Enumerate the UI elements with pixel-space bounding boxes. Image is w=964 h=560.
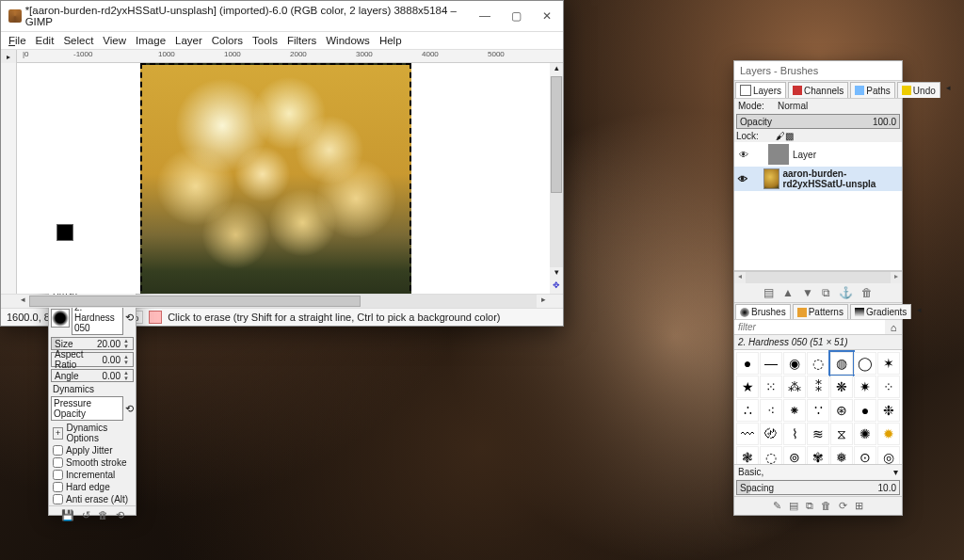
vertical-ruler[interactable] — [1, 63, 17, 294]
visibility-toggle[interactable]: 👁 — [738, 150, 749, 160]
brush-item[interactable]: ◌ — [807, 352, 829, 375]
brush-item[interactable]: ⁙ — [760, 376, 782, 398]
tab-layers[interactable]: Layers — [735, 82, 786, 98]
tab-gradients[interactable]: Gradients — [850, 304, 911, 319]
menu-tools[interactable]: Tools — [252, 35, 278, 46]
menu-layer[interactable]: Layer — [175, 35, 202, 46]
horizontal-scrollbar[interactable]: ◂▸ — [1, 294, 563, 308]
aspect-slider[interactable]: Aspect Ratio 0.00 ▲▼ — [51, 352, 134, 367]
menu-image[interactable]: Image — [136, 35, 166, 46]
tab-patterns[interactable]: Patterns — [793, 304, 848, 319]
layer-list-scrollbar[interactable]: ◂▸ — [734, 271, 902, 283]
menu-help[interactable]: Help — [379, 35, 402, 46]
open-as-image-icon[interactable]: ⊞ — [855, 500, 863, 512]
size-slider[interactable]: Size 20.00 ▲▼ — [51, 337, 134, 350]
brush-item[interactable]: ● — [736, 352, 759, 375]
dynamics-swap-icon[interactable]: ⟲ — [125, 403, 134, 415]
brush-item[interactable]: ⁑ — [807, 376, 829, 398]
edit-brush-icon[interactable]: ✎ — [773, 500, 781, 512]
menu-select[interactable]: Select — [63, 35, 93, 46]
layer-name[interactable]: Layer — [793, 150, 816, 160]
cancel-icon[interactable] — [149, 311, 162, 324]
nav-preview-icon[interactable]: ✥ — [550, 280, 563, 294]
brush-item[interactable]: ◍ — [830, 352, 853, 375]
brush-item[interactable]: 〄 — [760, 423, 782, 445]
menu-colors[interactable]: Colors — [212, 35, 243, 46]
hard-edge-check[interactable]: Hard edge — [53, 482, 132, 492]
brush-item[interactable]: ◉ — [783, 352, 806, 375]
canvas[interactable]: ▴▾ ✥ — [17, 63, 563, 294]
layer-row[interactable]: 👁 Layer — [734, 142, 902, 167]
lock-pixels-icon[interactable]: 🖌 — [776, 131, 785, 141]
incremental-check[interactable]: Incremental — [53, 470, 132, 480]
menu-view[interactable]: View — [103, 35, 126, 46]
brush-item[interactable]: ⊛ — [830, 399, 853, 422]
minimize-button[interactable]: — — [475, 9, 494, 23]
dock-menu-icon[interactable]: ◂ — [941, 81, 956, 98]
brush-item[interactable]: ❃ — [736, 446, 759, 464]
lower-layer-icon[interactable]: ▼ — [802, 286, 813, 299]
dynamics-picker[interactable]: Pressure Opacity ⟲ — [51, 396, 134, 421]
window-titlebar[interactable]: *[aaron-burden-rd2yxHSSatU-unsplash] (im… — [1, 1, 563, 32]
vertical-scrollbar[interactable]: ▴▾ ✥ — [550, 63, 563, 294]
brush-item[interactable]: ⌇ — [783, 423, 806, 445]
filter-tag-icon[interactable]: ⌂ — [885, 322, 902, 333]
anchor-layer-icon[interactable]: ⚓ — [839, 286, 853, 299]
layer-mode-select[interactable]: Normal — [778, 101, 898, 111]
brush-item[interactable]: ⊚ — [783, 446, 806, 464]
brush-item[interactable]: ◎ — [877, 446, 900, 464]
brush-item[interactable]: ✶ — [877, 352, 900, 375]
brush-swap-icon[interactable]: ⟲ — [125, 312, 134, 324]
maximize-button[interactable]: ▢ — [507, 9, 525, 23]
brush-item[interactable]: ⁘ — [877, 376, 900, 398]
brush-item[interactable]: ❅ — [830, 446, 853, 464]
brush-item[interactable]: ✷ — [854, 376, 876, 398]
brush-item[interactable]: ★ — [736, 376, 759, 398]
menu-file[interactable]: File — [8, 35, 26, 46]
brush-item[interactable]: ⊙ — [854, 446, 876, 464]
brush-item[interactable]: ⧖ — [830, 423, 853, 445]
brush-item[interactable]: ✺ — [854, 423, 876, 445]
layer-row[interactable]: 👁 aaron-burden-rd2yxHSSatU-unspla — [734, 167, 902, 191]
brush-item[interactable]: ≋ — [807, 423, 829, 445]
spacing-slider[interactable]: Spacing 10.0 — [736, 480, 900, 495]
brush-item[interactable]: ∵ — [807, 399, 829, 422]
refresh-brush-icon[interactable]: ⟳ — [839, 500, 847, 512]
menu-edit[interactable]: Edit — [36, 35, 55, 46]
menu-windows[interactable]: Windows — [326, 35, 370, 46]
brush-item[interactable]: — — [760, 352, 782, 375]
tab-brushes[interactable]: Brushes — [735, 304, 791, 319]
brush-item[interactable]: ✹ — [877, 423, 900, 445]
brush-item[interactable]: 〰 — [736, 423, 759, 445]
brush-item[interactable]: ⁂ — [783, 376, 806, 398]
brush-item[interactable]: ∴ — [736, 399, 759, 422]
brush-set-row[interactable]: Basic,▾ — [734, 464, 902, 479]
brush-item[interactable]: ❉ — [877, 399, 900, 422]
brush-item[interactable]: ◯ — [854, 352, 876, 375]
delete-options-icon[interactable]: 🗑 — [98, 509, 108, 521]
brush-item[interactable]: ⁖ — [760, 399, 782, 422]
delete-layer-icon[interactable]: 🗑 — [861, 286, 873, 299]
restore-options-icon[interactable]: ↺ — [82, 509, 90, 521]
lock-alpha-icon[interactable]: ▩ — [785, 131, 794, 141]
dynamics-options[interactable]: +Dynamics Options — [53, 423, 132, 443]
duplicate-brush-icon[interactable]: ⧉ — [806, 500, 813, 512]
close-button[interactable]: ✕ — [538, 9, 555, 23]
brush-item[interactable]: ⁕ — [783, 399, 806, 422]
duplicate-layer-icon[interactable]: ⧉ — [822, 286, 830, 299]
tab-paths[interactable]: Paths — [850, 82, 895, 98]
brush-item[interactable]: ◌ — [760, 446, 782, 464]
new-brush-icon[interactable]: ▤ — [789, 500, 798, 512]
layer-opacity-slider[interactable]: Opacity 100.0 — [736, 114, 900, 129]
ruler-origin-button[interactable]: ▸ — [1, 50, 17, 64]
reset-options-icon[interactable]: ⟲ — [116, 509, 124, 521]
filter-input[interactable] — [734, 320, 885, 334]
save-options-icon[interactable]: 💾 — [61, 509, 74, 521]
brush-item[interactable]: ● — [854, 399, 876, 422]
tab-channels[interactable]: Channels — [788, 82, 848, 98]
right-panel-title[interactable]: Layers - Brushes — [734, 61, 902, 81]
apply-jitter-check[interactable]: Apply Jitter — [53, 445, 132, 456]
brush-item[interactable]: ✾ — [807, 446, 829, 464]
layer-name[interactable]: aaron-burden-rd2yxHSSatU-unspla — [783, 168, 898, 189]
tab-undo[interactable]: Undo — [897, 82, 940, 98]
